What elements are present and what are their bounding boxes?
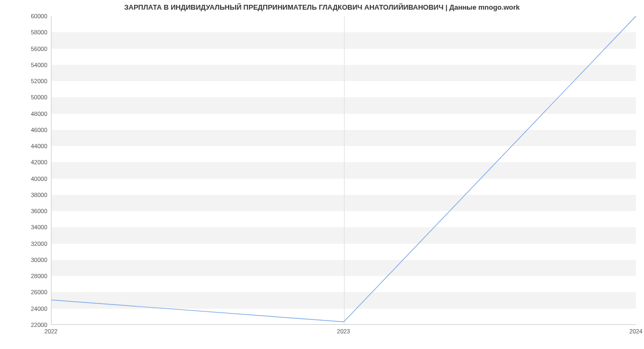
y-tick-label: 50000 [4, 94, 47, 100]
y-tick-label: 54000 [4, 62, 47, 68]
salary-line [52, 16, 636, 322]
plot-area [51, 16, 636, 325]
y-tick-label: 38000 [4, 192, 47, 198]
y-tick-label: 42000 [4, 159, 47, 165]
chart-title: ЗАРПЛАТА В ИНДИВИДУАЛЬНЫЙ ПРЕДПРИНИМАТЕЛ… [0, 3, 644, 11]
y-tick-label: 34000 [4, 224, 47, 230]
y-tick-label: 36000 [4, 208, 47, 214]
y-tick-label: 60000 [4, 13, 47, 19]
y-tick-label: 46000 [4, 127, 47, 133]
y-tick-label: 24000 [4, 306, 47, 312]
y-tick-label: 28000 [4, 273, 47, 279]
chart-container: ЗАРПЛАТА В ИНДИВИДУАЛЬНЫЙ ПРЕДПРИНИМАТЕЛ… [0, 0, 644, 349]
x-tick-label: 2024 [630, 328, 642, 335]
y-tick-label: 26000 [4, 289, 47, 295]
x-tick-label: 2022 [45, 328, 57, 335]
y-tick-label: 44000 [4, 143, 47, 149]
y-tick-label: 48000 [4, 111, 47, 117]
y-tick-label: 30000 [4, 257, 47, 263]
line-series-layer [52, 16, 636, 324]
y-tick-label: 52000 [4, 78, 47, 84]
y-tick-label: 22000 [4, 322, 47, 328]
y-tick-label: 58000 [4, 29, 47, 35]
y-tick-label: 56000 [4, 46, 47, 52]
x-tick-label: 2023 [337, 328, 350, 335]
y-tick-label: 40000 [4, 176, 47, 182]
y-tick-label: 32000 [4, 241, 47, 247]
